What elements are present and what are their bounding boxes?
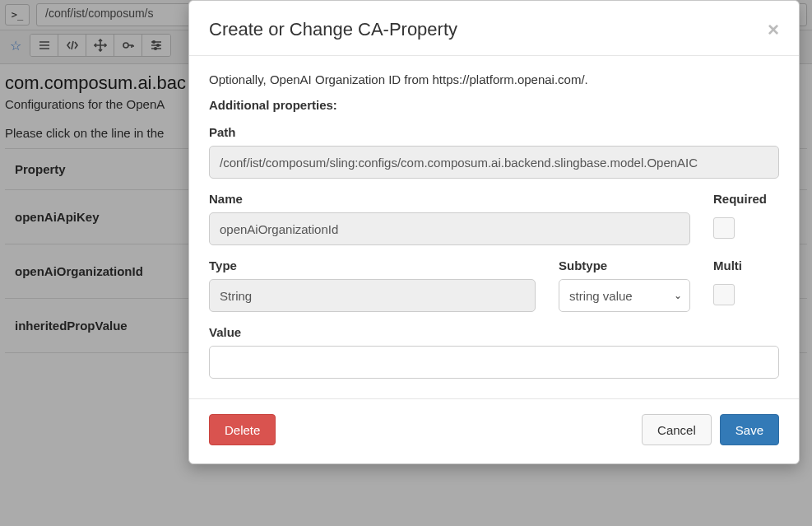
additional-properties-label: Additional properties: <box>209 98 779 112</box>
value-label: Value <box>209 325 779 339</box>
dialog-title: Create or Change CA-Property <box>209 19 457 40</box>
cancel-button[interactable]: Cancel <box>642 414 712 445</box>
path-field <box>209 146 779 179</box>
required-label: Required <box>713 192 779 206</box>
subtype-label: Subtype <box>559 258 690 272</box>
subtype-select[interactable] <box>559 279 690 312</box>
multi-label: Multi <box>713 258 779 272</box>
path-label: Path <box>209 125 779 139</box>
required-checkbox[interactable] <box>713 217 735 239</box>
name-label: Name <box>209 192 690 206</box>
multi-checkbox[interactable] <box>713 284 735 305</box>
name-field <box>209 212 690 245</box>
type-label: Type <box>209 258 536 272</box>
dialog-caption: Optionally, OpenAI Organization ID from … <box>209 72 779 86</box>
value-input[interactable] <box>209 346 779 379</box>
ca-property-dialog: Create or Change CA-Property × Optionall… <box>188 0 800 464</box>
delete-button[interactable]: Delete <box>209 414 276 445</box>
close-icon[interactable]: × <box>768 20 779 40</box>
type-field <box>209 279 536 312</box>
save-button[interactable]: Save <box>720 414 779 445</box>
